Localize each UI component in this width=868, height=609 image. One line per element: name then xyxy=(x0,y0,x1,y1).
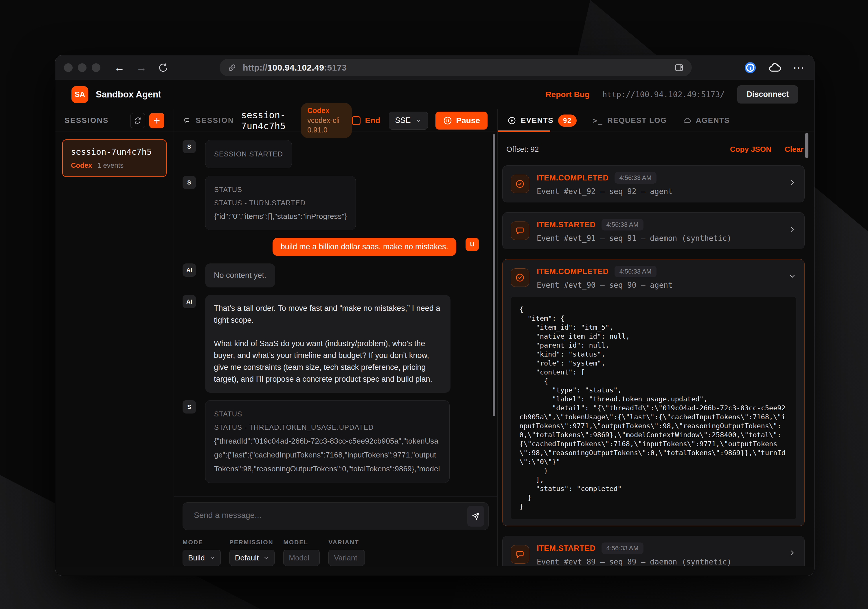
speech-bubble-icon xyxy=(511,221,529,240)
disconnect-button[interactable]: Disconnect xyxy=(737,85,798,104)
events-scrollbar[interactable] xyxy=(805,133,808,158)
check-circle-icon xyxy=(511,175,529,193)
sessions-sidebar: SESSIONS + session-7un4c7h5 xyxy=(55,109,174,566)
message-list: S SESSION STARTED S STATUS STATUS - TURN… xyxy=(174,132,498,496)
end-label: End xyxy=(365,116,380,125)
system-avatar: S xyxy=(183,400,196,414)
event-json-block: { "item": { "item_id": "itm_5", "native_… xyxy=(511,297,796,519)
cloud-icon xyxy=(683,116,691,125)
chevron-down-icon xyxy=(415,117,422,124)
new-session-button[interactable]: + xyxy=(149,113,164,128)
permission-select[interactable]: Default xyxy=(229,550,274,566)
window-bottom-strip xyxy=(55,566,814,576)
browser-chrome: ← → http://100.94.102.49:5173 xyxy=(55,55,814,80)
mode-label: MODE xyxy=(183,539,221,546)
session-agent: Codex xyxy=(71,161,92,170)
forward-button[interactable]: → xyxy=(136,62,147,73)
system-message: S STATUS STATUS - THREAD.TOKEN_USAGE.UPD… xyxy=(183,400,479,483)
user-bubble: build me a billion dollar saas. make no … xyxy=(273,238,456,256)
user-message: build me a billion dollar saas. make no … xyxy=(183,238,479,256)
url-text: http://100.94.102.49:5173 xyxy=(243,63,347,73)
chevron-down-icon xyxy=(209,555,215,561)
chevron-down-icon[interactable] xyxy=(788,272,796,280)
mode-select[interactable]: Build xyxy=(183,550,221,566)
variant-group: VARIANT xyxy=(329,539,365,566)
browser-menu-icon[interactable]: ⋯ xyxy=(793,65,806,70)
session-started-bubble: SESSION STARTED xyxy=(205,140,292,168)
event-description: Event #evt_89 – seq 89 – daemon (synthet… xyxy=(537,558,732,566)
variant-label: VARIANT xyxy=(329,539,365,546)
chevron-right-icon[interactable] xyxy=(788,225,796,233)
event-list: ITEM.COMPLETED 4:56:33 AM Event #evt_92 … xyxy=(502,165,804,566)
event-time: 4:56:33 AM xyxy=(615,266,657,277)
tab-events-label: EVENTS xyxy=(521,116,553,125)
speech-bubble-icon xyxy=(511,545,529,564)
back-button[interactable]: ← xyxy=(114,62,125,73)
event-card-expanded[interactable]: ITEM.COMPLETED 4:56:33 AM Event #evt_90 … xyxy=(502,259,804,526)
event-time: 4:56:33 AM xyxy=(601,219,643,230)
report-bug-link[interactable]: Report Bug xyxy=(546,90,589,99)
play-circle-icon xyxy=(507,116,516,125)
model-label: MODEL xyxy=(283,539,320,546)
model-group: MODEL xyxy=(283,539,320,566)
refresh-sessions-button[interactable] xyxy=(130,113,145,128)
app-header: SA Sandbox Agent Report Bug http://100.9… xyxy=(55,80,814,109)
system-message: S SESSION STARTED xyxy=(183,140,479,168)
session-label: SESSION xyxy=(195,116,234,125)
mode-value: Build xyxy=(188,553,205,563)
url-bar[interactable]: http://100.94.102.49:5173 xyxy=(220,59,692,76)
ai-avatar: AI xyxy=(183,295,196,308)
ai-message: AI No content yet. xyxy=(183,263,479,287)
end-checkbox[interactable] xyxy=(352,116,361,125)
traffic-lights[interactable] xyxy=(64,63,101,72)
event-title: ITEM.COMPLETED xyxy=(537,267,609,276)
zoom-window-button[interactable] xyxy=(92,63,101,72)
session-list-item[interactable]: session-7un4c7h5 Codex 1 events xyxy=(62,139,167,177)
speech-bubble-icon xyxy=(184,115,190,126)
check-circle-icon xyxy=(511,268,529,287)
pause-icon xyxy=(443,116,452,125)
end-checkbox-wrap[interactable]: End xyxy=(352,116,380,125)
variant-field-wrap xyxy=(329,550,365,566)
session-events-count: 1 events xyxy=(97,161,124,170)
event-card[interactable]: ITEM.STARTED 4:56:33 AM Event #evt_89 – … xyxy=(502,536,804,566)
extension-panel-icon[interactable] xyxy=(674,62,684,73)
transport-value: SSE xyxy=(395,116,411,125)
send-icon xyxy=(471,512,480,521)
pause-label: Pause xyxy=(456,116,480,125)
minimize-window-button[interactable] xyxy=(78,63,87,72)
tab-request-log[interactable]: >_ REQUEST LOG xyxy=(593,116,667,125)
app-title: Sandbox Agent xyxy=(96,90,161,100)
tab-agents[interactable]: AGENTS xyxy=(683,116,730,125)
reload-button[interactable] xyxy=(158,62,169,73)
send-button[interactable] xyxy=(467,506,484,527)
clear-button[interactable]: Clear xyxy=(785,145,803,154)
pause-button[interactable]: Pause xyxy=(436,111,488,130)
reload-icon xyxy=(158,62,169,73)
tab-events[interactable]: EVENTS 92 xyxy=(507,114,577,127)
server-url: http://100.94.102.49:5173/ xyxy=(602,90,725,99)
close-window-button[interactable] xyxy=(64,63,73,72)
transport-select[interactable]: SSE xyxy=(389,111,428,130)
event-title: ITEM.STARTED xyxy=(537,544,596,553)
event-description: Event #evt_91 – seq 91 – daemon (synthet… xyxy=(537,234,732,243)
ai-avatar: AI xyxy=(183,263,196,277)
chevron-right-icon[interactable] xyxy=(788,178,796,187)
message-input[interactable] xyxy=(183,502,489,530)
copy-json-button[interactable]: Copy JSON xyxy=(730,145,771,154)
event-title: ITEM.STARTED xyxy=(537,220,596,229)
ai-message: AI That’s a tall order. To move fast and… xyxy=(183,295,479,393)
composer: MODE Build PERMISSION Default xyxy=(174,496,498,566)
event-card[interactable]: ITEM.COMPLETED 4:56:33 AM Event #evt_92 … xyxy=(502,165,804,202)
cloud-icon[interactable] xyxy=(768,61,782,74)
status-bubble: STATUS STATUS - TURN.STARTED {"id":"0","… xyxy=(205,176,356,230)
event-card[interactable]: ITEM.STARTED 4:56:33 AM Event #evt_91 – … xyxy=(502,212,804,249)
user-avatar: U xyxy=(465,238,479,251)
chevron-right-icon[interactable] xyxy=(788,549,796,557)
model-input[interactable] xyxy=(289,553,314,563)
variant-input[interactable] xyxy=(334,553,360,563)
password-manager-icon[interactable] xyxy=(744,61,757,74)
terminal-icon: >_ xyxy=(593,116,603,125)
chevron-down-icon xyxy=(263,555,269,561)
chat-scrollbar[interactable] xyxy=(493,134,495,416)
